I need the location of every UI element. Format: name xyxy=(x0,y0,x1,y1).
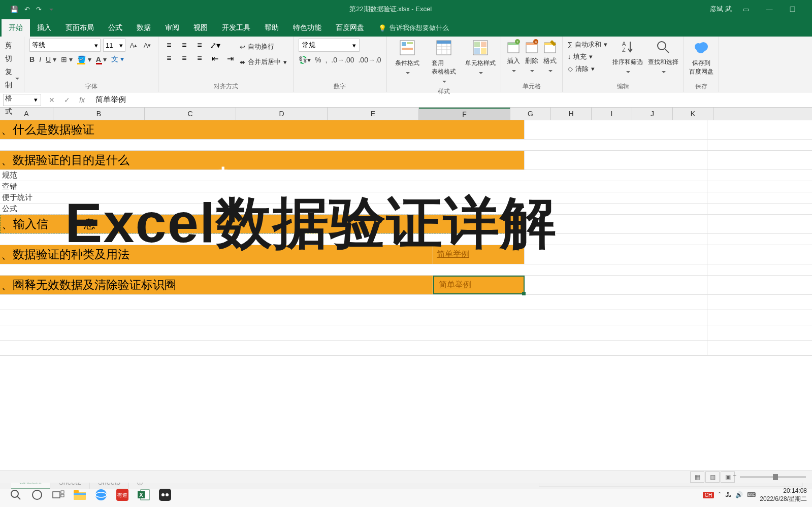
col-header-E[interactable]: E xyxy=(328,108,419,120)
table-format-button[interactable]: 套用 表格格式 xyxy=(429,39,459,85)
indent-dec-icon[interactable]: ⇤ xyxy=(209,54,220,63)
comma-button[interactable]: , xyxy=(325,56,327,64)
item-spec[interactable]: 规范 xyxy=(0,170,707,181)
tab-data[interactable]: 数据 xyxy=(129,19,158,37)
heading-2[interactable]: 、数据验证的目的是什么 xyxy=(0,151,525,170)
task-view-icon[interactable] xyxy=(48,485,69,505)
tab-special[interactable]: 特色功能 xyxy=(286,19,329,37)
bold-button[interactable]: B xyxy=(29,55,35,63)
link-example-2[interactable]: 简单举例 xyxy=(436,280,471,290)
minimize-icon[interactable]: — xyxy=(760,3,778,15)
formula-input[interactable]: 简单举例 xyxy=(92,95,812,105)
heading-1[interactable]: 、什么是数据验证 xyxy=(0,120,525,139)
link-example-1[interactable]: 简单举例 xyxy=(434,249,469,260)
font-name-select[interactable]: 等线▾ xyxy=(29,39,101,52)
app-icon[interactable] xyxy=(154,485,176,505)
spreadsheet-grid[interactable]: 、什么是数据验证 、数据验证的目的是什么 规范 查错 便于统计 公式 、输入信息… xyxy=(0,120,812,356)
cortana-icon[interactable] xyxy=(26,485,48,505)
autosum-button[interactable]: ∑自动求和 ▾ xyxy=(568,39,607,51)
align-bottom-icon[interactable]: ≡ xyxy=(194,41,205,50)
italic-button[interactable]: I xyxy=(39,55,41,63)
heading-5[interactable]: 、圈释无效数据及清除验证标识圈 xyxy=(0,276,433,294)
copy-button[interactable]: 复制 xyxy=(5,65,19,91)
col-header-D[interactable]: D xyxy=(236,108,328,120)
align-center-icon[interactable]: ≡ xyxy=(179,54,190,63)
browser-icon[interactable] xyxy=(90,485,112,505)
phonetic-button[interactable]: 文 ▾ xyxy=(111,55,124,64)
insert-cells-button[interactable]: + 插入 xyxy=(506,39,521,75)
undo-icon[interactable]: ↶ xyxy=(24,6,30,13)
align-right-icon[interactable]: ≡ xyxy=(194,54,205,63)
tell-me-search[interactable]: 💡 告诉我你想要做什么 xyxy=(371,19,456,37)
col-header-I[interactable]: I xyxy=(592,108,632,120)
col-header-J[interactable]: J xyxy=(632,108,673,120)
align-middle-icon[interactable]: ≡ xyxy=(179,41,190,50)
page-layout-view-icon[interactable]: ▥ xyxy=(705,471,720,483)
clear-button[interactable]: ◇清除 ▾ xyxy=(568,63,607,75)
cut-button[interactable]: 剪切 xyxy=(5,39,19,65)
item-stats[interactable]: 便于统计 xyxy=(0,192,707,203)
ime-indicator[interactable]: CH xyxy=(703,492,714,498)
col-header-F[interactable]: F xyxy=(419,108,510,120)
sort-filter-button[interactable]: AZ 排序和筛选 xyxy=(612,39,643,76)
excel-taskbar-icon[interactable]: X xyxy=(133,485,154,505)
find-select-button[interactable]: 查找和选择 xyxy=(648,39,678,76)
clock[interactable]: 20:14:08 2022/6/28/星期二 xyxy=(760,487,807,503)
save-baidu-button[interactable]: 保存到 百度网盘 xyxy=(689,39,713,76)
col-header-B[interactable]: B xyxy=(53,108,145,120)
delete-cells-button[interactable]: × 删除 xyxy=(525,39,539,75)
tab-insert[interactable]: 插入 xyxy=(30,19,58,37)
fill-button[interactable]: ↓填充 ▾ xyxy=(568,51,607,63)
col-header-K[interactable]: K xyxy=(673,108,713,120)
save-icon[interactable]: 💾 xyxy=(10,6,18,13)
normal-view-icon[interactable]: ▦ xyxy=(690,471,704,483)
indent-inc-icon[interactable]: ⇥ xyxy=(224,54,236,63)
font-color-button[interactable]: A ▾ xyxy=(96,55,107,63)
percent-button[interactable]: % xyxy=(315,56,321,64)
input-icon[interactable]: ⌨ xyxy=(747,491,756,498)
conditional-format-button[interactable]: 条件格式 xyxy=(392,39,423,85)
align-top-icon[interactable]: ≡ xyxy=(164,41,175,50)
currency-button[interactable]: 💱▾ xyxy=(299,56,311,64)
cell-style-button[interactable]: 单元格样式 xyxy=(465,39,496,85)
format-cells-button[interactable]: 格式 xyxy=(543,39,557,75)
youdao-icon[interactable]: 有道 xyxy=(112,485,133,505)
user-name[interactable]: 彦斌 武 xyxy=(710,5,732,14)
maximize-icon[interactable]: ❐ xyxy=(784,3,802,15)
col-header-A[interactable]: A xyxy=(0,108,53,120)
redo-icon[interactable]: ↷ xyxy=(36,6,42,13)
volume-icon[interactable]: 🔊 xyxy=(735,491,743,498)
underline-button[interactable]: U ▾ xyxy=(46,55,56,63)
confirm-formula-icon[interactable]: ✓ xyxy=(64,96,70,104)
zoom-slider[interactable] xyxy=(740,476,806,478)
col-header-G[interactable]: G xyxy=(510,108,551,120)
number-format-select[interactable]: 常规▾ xyxy=(299,39,360,52)
file-explorer-icon[interactable] xyxy=(69,485,90,505)
name-box[interactable]: ▾ xyxy=(3,94,41,106)
merge-button[interactable]: ⬌合并后居中 ▾ xyxy=(239,56,288,68)
orientation-icon[interactable]: ⤢▾ xyxy=(209,41,220,50)
tab-developer[interactable]: 开发工具 xyxy=(215,19,257,37)
increase-decimal-button[interactable]: .0→.00 xyxy=(331,56,354,64)
item-check[interactable]: 查错 xyxy=(0,181,707,192)
tab-home[interactable]: 开始 xyxy=(2,19,30,37)
fx-icon[interactable]: fx xyxy=(79,96,85,104)
tab-baidu[interactable]: 百度网盘 xyxy=(329,19,371,37)
tray-caret-icon[interactable]: ˄ xyxy=(718,491,721,498)
ribbon-options-icon[interactable]: ▭ xyxy=(737,3,755,15)
tab-formula[interactable]: 公式 xyxy=(101,19,129,37)
decrease-decimal-button[interactable]: .00→.0 xyxy=(358,56,381,64)
qat-dropdown[interactable] xyxy=(48,6,53,13)
tab-view[interactable]: 视图 xyxy=(186,19,215,37)
item-formula[interactable]: 公式 xyxy=(0,204,707,214)
heading-4[interactable]: 、数据验证的种类及用法 xyxy=(0,245,433,264)
border-button[interactable]: ⊞ ▾ xyxy=(61,55,73,63)
col-header-H[interactable]: H xyxy=(551,108,592,120)
wrap-text-button[interactable]: ↩自动换行 xyxy=(239,41,288,53)
font-size-select[interactable]: 11▾ xyxy=(103,39,125,52)
fill-color-button[interactable]: 🪣 ▾ xyxy=(77,55,91,63)
col-header-C[interactable]: C xyxy=(145,108,236,120)
cancel-formula-icon[interactable]: ✕ xyxy=(49,96,55,104)
increase-font-icon[interactable]: A▴ xyxy=(128,40,139,51)
search-button[interactable] xyxy=(5,485,26,505)
